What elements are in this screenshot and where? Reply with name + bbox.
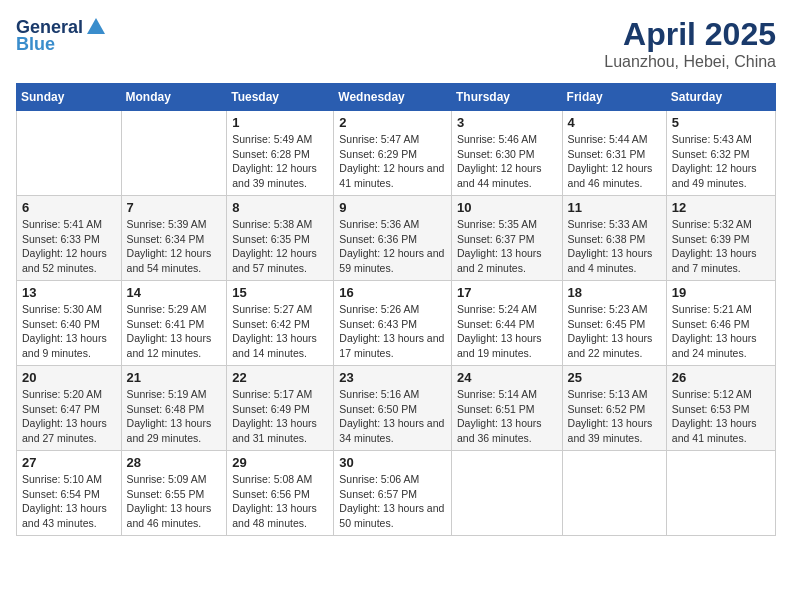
weekday-header-tuesday: Tuesday <box>227 84 334 111</box>
logo-icon <box>85 16 107 38</box>
day-number: 14 <box>127 285 222 300</box>
calendar-cell: 12Sunrise: 5:32 AMSunset: 6:39 PMDayligh… <box>666 196 775 281</box>
day-number: 6 <box>22 200 116 215</box>
day-number: 28 <box>127 455 222 470</box>
day-number: 4 <box>568 115 661 130</box>
weekday-header-wednesday: Wednesday <box>334 84 452 111</box>
calendar-cell: 11Sunrise: 5:33 AMSunset: 6:38 PMDayligh… <box>562 196 666 281</box>
logo-blue: Blue <box>16 34 55 55</box>
calendar-cell: 3Sunrise: 5:46 AMSunset: 6:30 PMDaylight… <box>451 111 562 196</box>
weekday-header-saturday: Saturday <box>666 84 775 111</box>
day-info: Sunrise: 5:16 AMSunset: 6:50 PMDaylight:… <box>339 387 446 446</box>
calendar-week-row: 6Sunrise: 5:41 AMSunset: 6:33 PMDaylight… <box>17 196 776 281</box>
calendar-cell: 25Sunrise: 5:13 AMSunset: 6:52 PMDayligh… <box>562 366 666 451</box>
day-info: Sunrise: 5:08 AMSunset: 6:56 PMDaylight:… <box>232 472 328 531</box>
day-number: 30 <box>339 455 446 470</box>
day-info: Sunrise: 5:30 AMSunset: 6:40 PMDaylight:… <box>22 302 116 361</box>
calendar-week-row: 13Sunrise: 5:30 AMSunset: 6:40 PMDayligh… <box>17 281 776 366</box>
weekday-header-friday: Friday <box>562 84 666 111</box>
day-number: 16 <box>339 285 446 300</box>
day-info: Sunrise: 5:47 AMSunset: 6:29 PMDaylight:… <box>339 132 446 191</box>
calendar-cell: 26Sunrise: 5:12 AMSunset: 6:53 PMDayligh… <box>666 366 775 451</box>
calendar-table: SundayMondayTuesdayWednesdayThursdayFrid… <box>16 83 776 536</box>
calendar-week-row: 1Sunrise: 5:49 AMSunset: 6:28 PMDaylight… <box>17 111 776 196</box>
day-info: Sunrise: 5:09 AMSunset: 6:55 PMDaylight:… <box>127 472 222 531</box>
calendar-cell: 22Sunrise: 5:17 AMSunset: 6:49 PMDayligh… <box>227 366 334 451</box>
day-number: 24 <box>457 370 557 385</box>
calendar-cell: 9Sunrise: 5:36 AMSunset: 6:36 PMDaylight… <box>334 196 452 281</box>
day-number: 19 <box>672 285 770 300</box>
calendar-cell: 20Sunrise: 5:20 AMSunset: 6:47 PMDayligh… <box>17 366 122 451</box>
day-number: 5 <box>672 115 770 130</box>
calendar-cell: 19Sunrise: 5:21 AMSunset: 6:46 PMDayligh… <box>666 281 775 366</box>
calendar-cell: 8Sunrise: 5:38 AMSunset: 6:35 PMDaylight… <box>227 196 334 281</box>
day-info: Sunrise: 5:10 AMSunset: 6:54 PMDaylight:… <box>22 472 116 531</box>
day-number: 20 <box>22 370 116 385</box>
day-info: Sunrise: 5:44 AMSunset: 6:31 PMDaylight:… <box>568 132 661 191</box>
day-info: Sunrise: 5:26 AMSunset: 6:43 PMDaylight:… <box>339 302 446 361</box>
calendar-cell: 10Sunrise: 5:35 AMSunset: 6:37 PMDayligh… <box>451 196 562 281</box>
day-info: Sunrise: 5:06 AMSunset: 6:57 PMDaylight:… <box>339 472 446 531</box>
calendar-cell: 6Sunrise: 5:41 AMSunset: 6:33 PMDaylight… <box>17 196 122 281</box>
logo: General Blue <box>16 16 109 55</box>
day-info: Sunrise: 5:27 AMSunset: 6:42 PMDaylight:… <box>232 302 328 361</box>
calendar-header-row: SundayMondayTuesdayWednesdayThursdayFrid… <box>17 84 776 111</box>
calendar-cell <box>562 451 666 536</box>
day-info: Sunrise: 5:29 AMSunset: 6:41 PMDaylight:… <box>127 302 222 361</box>
weekday-header-monday: Monday <box>121 84 227 111</box>
day-info: Sunrise: 5:24 AMSunset: 6:44 PMDaylight:… <box>457 302 557 361</box>
day-number: 27 <box>22 455 116 470</box>
day-number: 15 <box>232 285 328 300</box>
calendar-cell: 7Sunrise: 5:39 AMSunset: 6:34 PMDaylight… <box>121 196 227 281</box>
day-number: 25 <box>568 370 661 385</box>
page-header: General Blue April 2025 Luanzhou, Hebei,… <box>16 16 776 71</box>
calendar-cell: 23Sunrise: 5:16 AMSunset: 6:50 PMDayligh… <box>334 366 452 451</box>
day-number: 8 <box>232 200 328 215</box>
day-info: Sunrise: 5:23 AMSunset: 6:45 PMDaylight:… <box>568 302 661 361</box>
calendar-cell: 15Sunrise: 5:27 AMSunset: 6:42 PMDayligh… <box>227 281 334 366</box>
day-info: Sunrise: 5:43 AMSunset: 6:32 PMDaylight:… <box>672 132 770 191</box>
calendar-cell: 13Sunrise: 5:30 AMSunset: 6:40 PMDayligh… <box>17 281 122 366</box>
day-number: 18 <box>568 285 661 300</box>
day-number: 2 <box>339 115 446 130</box>
day-info: Sunrise: 5:35 AMSunset: 6:37 PMDaylight:… <box>457 217 557 276</box>
calendar-cell <box>17 111 122 196</box>
calendar-cell: 28Sunrise: 5:09 AMSunset: 6:55 PMDayligh… <box>121 451 227 536</box>
day-number: 21 <box>127 370 222 385</box>
day-number: 1 <box>232 115 328 130</box>
calendar-cell: 17Sunrise: 5:24 AMSunset: 6:44 PMDayligh… <box>451 281 562 366</box>
day-number: 11 <box>568 200 661 215</box>
weekday-header-thursday: Thursday <box>451 84 562 111</box>
svg-marker-0 <box>87 18 105 34</box>
day-info: Sunrise: 5:38 AMSunset: 6:35 PMDaylight:… <box>232 217 328 276</box>
day-info: Sunrise: 5:41 AMSunset: 6:33 PMDaylight:… <box>22 217 116 276</box>
calendar-week-row: 27Sunrise: 5:10 AMSunset: 6:54 PMDayligh… <box>17 451 776 536</box>
day-info: Sunrise: 5:33 AMSunset: 6:38 PMDaylight:… <box>568 217 661 276</box>
day-number: 3 <box>457 115 557 130</box>
day-info: Sunrise: 5:46 AMSunset: 6:30 PMDaylight:… <box>457 132 557 191</box>
calendar-cell: 2Sunrise: 5:47 AMSunset: 6:29 PMDaylight… <box>334 111 452 196</box>
page-subtitle: Luanzhou, Hebei, China <box>604 53 776 71</box>
day-number: 17 <box>457 285 557 300</box>
weekday-header-sunday: Sunday <box>17 84 122 111</box>
day-info: Sunrise: 5:32 AMSunset: 6:39 PMDaylight:… <box>672 217 770 276</box>
calendar-cell <box>666 451 775 536</box>
calendar-week-row: 20Sunrise: 5:20 AMSunset: 6:47 PMDayligh… <box>17 366 776 451</box>
calendar-cell <box>121 111 227 196</box>
calendar-cell: 30Sunrise: 5:06 AMSunset: 6:57 PMDayligh… <box>334 451 452 536</box>
day-number: 7 <box>127 200 222 215</box>
day-number: 12 <box>672 200 770 215</box>
page-title: April 2025 <box>604 16 776 53</box>
day-info: Sunrise: 5:36 AMSunset: 6:36 PMDaylight:… <box>339 217 446 276</box>
day-info: Sunrise: 5:19 AMSunset: 6:48 PMDaylight:… <box>127 387 222 446</box>
calendar-cell: 21Sunrise: 5:19 AMSunset: 6:48 PMDayligh… <box>121 366 227 451</box>
calendar-cell: 1Sunrise: 5:49 AMSunset: 6:28 PMDaylight… <box>227 111 334 196</box>
calendar-cell: 5Sunrise: 5:43 AMSunset: 6:32 PMDaylight… <box>666 111 775 196</box>
day-number: 26 <box>672 370 770 385</box>
day-info: Sunrise: 5:21 AMSunset: 6:46 PMDaylight:… <box>672 302 770 361</box>
calendar-cell: 29Sunrise: 5:08 AMSunset: 6:56 PMDayligh… <box>227 451 334 536</box>
day-info: Sunrise: 5:17 AMSunset: 6:49 PMDaylight:… <box>232 387 328 446</box>
calendar-cell: 27Sunrise: 5:10 AMSunset: 6:54 PMDayligh… <box>17 451 122 536</box>
calendar-cell <box>451 451 562 536</box>
day-number: 29 <box>232 455 328 470</box>
